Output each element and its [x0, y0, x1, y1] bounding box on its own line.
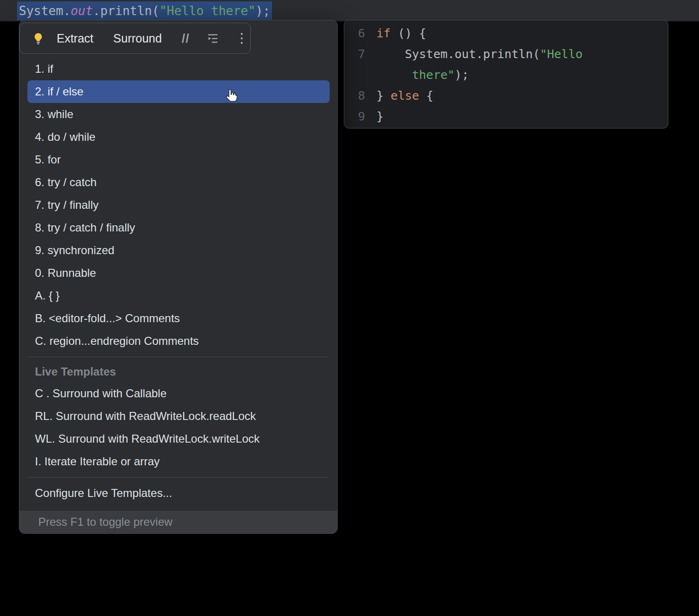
- lightbulb-icon: [32, 32, 44, 44]
- code-token: if: [376, 26, 391, 40]
- more-options-icon[interactable]: ⋮: [235, 32, 248, 45]
- surround-option[interactable]: C. region...endregion Comments: [19, 330, 337, 352]
- code-token: System: [19, 4, 63, 18]
- code-token: {: [419, 89, 433, 103]
- surround-option[interactable]: 7. try / finally: [19, 194, 337, 216]
- mouse-cursor: [223, 88, 239, 106]
- comment-icon[interactable]: //: [182, 31, 189, 46]
- divider: [27, 477, 329, 478]
- live-template-option[interactable]: C . Surround with Callable: [19, 382, 337, 405]
- surround-option[interactable]: 4. do / while: [19, 126, 337, 148]
- code-line: there");: [344, 65, 668, 86]
- code-line: 7 System.out.println("Hello: [344, 44, 668, 65]
- code-token: }: [376, 89, 391, 103]
- code-token: "Hello: [540, 47, 582, 61]
- surround-option[interactable]: 9. synchronized: [19, 239, 337, 262]
- code-text: System.out.println("Hello: [376, 44, 583, 65]
- live-template-option[interactable]: I. Iterate Iterable or array: [19, 450, 337, 473]
- surround-option[interactable]: B. <editor-fold...> Comments: [19, 307, 337, 330]
- code-text: there");: [376, 65, 469, 86]
- code-token: .: [63, 4, 71, 18]
- surround-option[interactable]: 6. try / catch: [19, 171, 337, 194]
- configure-live-templates[interactable]: Configure Live Templates...: [19, 482, 337, 505]
- surround-option[interactable]: 5. for: [19, 148, 337, 171]
- footer-hint-text: Press F1 to toggle preview: [38, 515, 172, 529]
- editor-top-line: System.out.println("Hello there");: [0, 0, 699, 21]
- code-token: "Hello there": [159, 4, 256, 18]
- tab-extract[interactable]: Extract: [57, 32, 94, 45]
- surround-with-popup: Extract Surround // ⋮ 1. if 2. if / else…: [19, 20, 338, 534]
- code-text: if () {: [376, 23, 426, 44]
- code-token: out: [71, 4, 93, 18]
- code-token: System.out.println(: [376, 47, 540, 61]
- surround-option[interactable]: 1. if: [19, 58, 337, 80]
- divider: [27, 357, 329, 357]
- code-token: there": [412, 68, 454, 82]
- preview-hint-footer: Press F1 to toggle preview: [19, 511, 337, 533]
- code-token: }: [376, 110, 384, 123]
- code-token: );: [256, 4, 270, 18]
- tab-surround[interactable]: Surround: [113, 32, 162, 45]
- code-preview-panel: 6 if () { 7 System.out.println("Hello th…: [344, 20, 668, 128]
- code-token: .: [93, 4, 101, 18]
- line-number: 7: [344, 44, 365, 65]
- line-number: 8: [344, 86, 365, 106]
- code-token: else: [391, 89, 419, 103]
- code-token: [376, 68, 412, 82]
- live-templates-header: Live Templates: [19, 361, 337, 382]
- line-number: 6: [344, 23, 365, 44]
- line-number: 9: [344, 106, 365, 127]
- popup-toolbar: Extract Surround // ⋮: [19, 23, 251, 54]
- line-number: [344, 65, 365, 86]
- indent-lines-icon[interactable]: [206, 32, 219, 45]
- code-text: }: [376, 106, 384, 127]
- live-template-option[interactable]: WL. Surround with ReadWriteLock.writeLoc…: [19, 428, 337, 450]
- selected-code: System.out.println("Hello there");: [17, 1, 272, 20]
- surround-option[interactable]: 0. Runnable: [19, 262, 337, 284]
- code-line: 6 if () {: [344, 23, 668, 44]
- code-line: 8 } else {: [344, 86, 668, 106]
- live-template-option[interactable]: RL. Surround with ReadWriteLock.readLock: [19, 405, 337, 428]
- surround-option[interactable]: 8. try / catch / finally: [19, 216, 337, 239]
- surround-option[interactable]: 3. while: [19, 103, 337, 126]
- code-token: println: [100, 4, 152, 18]
- code-token: (: [152, 4, 160, 18]
- code-text: } else {: [376, 86, 433, 106]
- code-token: );: [455, 68, 469, 82]
- code-token: () {: [391, 26, 426, 40]
- surround-option[interactable]: A. { }: [19, 284, 337, 307]
- surround-options-list: 1. if 2. if / else 3. while 4. do / whil…: [19, 54, 337, 505]
- code-line: 9 }: [344, 106, 668, 127]
- surround-option-selected[interactable]: 2. if / else: [27, 80, 330, 103]
